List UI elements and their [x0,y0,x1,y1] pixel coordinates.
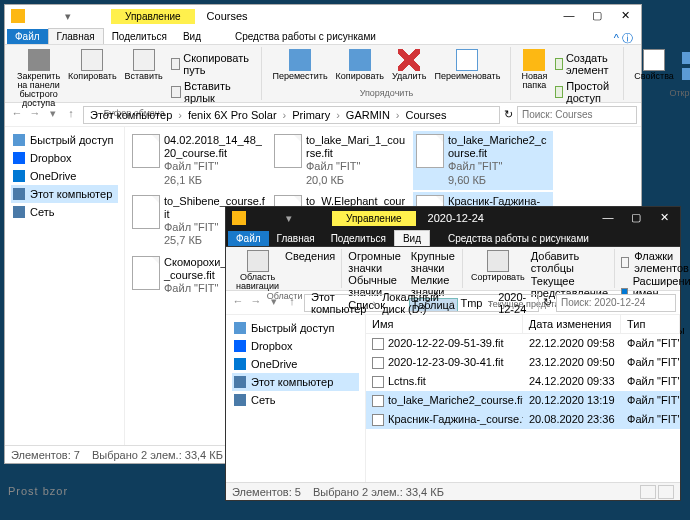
file-row[interactable]: to_lake_Mariche2_course.fit20.12.2020 13… [366,391,680,410]
nav-pc[interactable]: Этот компьютер [232,373,359,391]
quick-access-toolbar[interactable]: ▾ [250,212,302,224]
file-tile[interactable]: 04.02.2018_14_48_20_course.fitФайл "FIT"… [129,131,269,190]
tab-file[interactable]: Файл [228,231,269,246]
nav-quick[interactable]: Быстрый доступ [11,131,118,149]
tab-share[interactable]: Поделиться [104,29,175,44]
nav-pc[interactable]: Этот компьютер [11,185,118,203]
newfolder-button[interactable]: Новая папка [517,49,551,107]
breadcrumb[interactable]: Этот компьютер›fenix 6X Pro Solar›Primar… [83,106,500,124]
breadcrumb-segment[interactable]: Primary [290,109,332,121]
breadcrumb-segment[interactable]: Этот компьютер [88,109,174,121]
column-headers[interactable]: Имя Дата изменения Тип [366,315,680,334]
maximize-button[interactable]: ▢ [583,6,611,26]
breadcrumb-segment[interactable]: Tmp [458,297,484,309]
properties-button[interactable]: Свойства [630,49,678,83]
copypath-button[interactable]: Скопировать путь [171,51,252,77]
nav-onedrive[interactable]: OneDrive [11,167,118,185]
file-row[interactable]: 2020-12-23-09-30-41.fit23.12.2020 09:50Ф… [366,353,680,372]
file-icon [416,134,444,168]
quick-access-toolbar[interactable]: ▾ [29,10,81,22]
chk-items[interactable]: Флажки элементов [619,250,690,274]
nav-dropbox[interactable]: Dropbox [11,149,118,167]
file-tile[interactable]: to_lake_Mari_1_course.fitФайл "FIT"20,0 … [271,131,411,190]
easyaccess-button[interactable]: Простой доступ [555,79,613,105]
pin-button[interactable]: Закрепить на панели быстрого доступа [13,49,64,108]
back-button[interactable]: ← [9,107,25,123]
search-input[interactable] [517,106,637,124]
tab-home[interactable]: Главная [48,28,104,44]
addcolumns-button[interactable]: Добавить столбцы [529,250,610,274]
close-button[interactable]: ✕ [611,6,639,26]
forward-button[interactable]: → [27,107,43,123]
watermark: Prost bzor [8,470,68,502]
breadcrumb-segment[interactable]: fenix 6X Pro Solar [186,109,279,121]
minimize-button[interactable]: — [594,208,622,228]
help-icon[interactable]: ^ ⓘ [614,31,633,46]
breadcrumb-segment[interactable]: GARMIN [344,109,392,121]
breadcrumb-segment[interactable]: Этот компьютер [309,291,368,315]
paste-button[interactable]: Вставить [121,49,167,108]
titlebar[interactable]: ▾ Управление 2020-12-24 — ▢ ✕ [226,207,680,229]
pasteshortcut-button[interactable]: Вставить ярлык [171,79,252,105]
nav-network[interactable]: Сеть [11,203,118,221]
ribbon-tabs: Файл Главная Поделиться Вид Средства раб… [226,229,680,247]
tab-share[interactable]: Поделиться [323,231,394,246]
large-icons[interactable]: Крупные значки [409,250,458,274]
minimize-button[interactable]: — [555,6,583,26]
titlebar[interactable]: ▾ Управление Courses — ▢ ✕ [5,5,641,27]
manage-tab[interactable]: Управление [111,9,195,24]
breadcrumb-segment[interactable]: 2020-12-24 [496,291,534,315]
tab-home[interactable]: Главная [269,231,323,246]
close-button[interactable]: ✕ [650,208,678,228]
file-icon [372,357,384,369]
up-button[interactable]: ↑ [284,295,300,311]
file-row[interactable]: Красник-Гаджина-_course.fit20.08.2020 23… [366,410,680,429]
explorer-window-tmp: ▾ Управление 2020-12-24 — ▢ ✕ Файл Главн… [225,206,681,501]
breadcrumb-segment[interactable]: Локальный диск (D:) [380,291,447,315]
open-button[interactable]: Открыть [682,51,690,65]
newitem-button[interactable]: Создать элемент [555,51,613,77]
history-button[interactable]: Журнал [682,67,690,81]
huge-icons[interactable]: Огромные значки [346,250,402,274]
recent-button[interactable]: ▾ [266,295,282,311]
nav-network[interactable]: Сеть [232,391,359,409]
breadcrumb[interactable]: Этот компьютер›Локальный диск (D:)›Tmp›2… [304,294,539,312]
file-list[interactable]: Имя Дата изменения Тип 2020-12-22-09-51-… [366,315,680,482]
nav-onedrive[interactable]: OneDrive [232,355,359,373]
ribbon: Область навигации Сведения Области Огром… [226,247,680,291]
file-icon [372,338,384,350]
file-icon [132,134,160,168]
details-button[interactable]: Сведения [283,250,337,262]
refresh-button[interactable]: ↻ [543,296,552,309]
recent-button[interactable]: ▾ [45,107,61,123]
rename-button[interactable]: Переименовать [430,49,504,81]
delete-button[interactable]: Удалить [388,49,430,81]
nav-pane: Быстрый доступ Dropbox OneDrive Этот ком… [5,127,125,445]
folder-icon [232,211,246,225]
view-details-button[interactable] [640,485,656,499]
file-icon [274,134,302,168]
file-row[interactable]: 2020-12-22-09-51-39.fit22.12.2020 09:58Ф… [366,334,680,353]
file-row[interactable]: Lctns.fit24.12.2020 09:33Файл "FIT" [366,372,680,391]
view-icons-button[interactable] [658,485,674,499]
move-button[interactable]: Переместить [268,49,331,81]
tab-view[interactable]: Вид [175,29,209,44]
tab-view[interactable]: Вид [394,230,430,246]
breadcrumb-segment[interactable]: Courses [404,109,449,121]
manage-tab[interactable]: Управление [332,211,416,226]
tab-file[interactable]: Файл [7,29,48,44]
search-input[interactable] [556,294,676,312]
up-button[interactable]: ↑ [63,107,79,123]
forward-button[interactable]: → [248,295,264,311]
navpane-button[interactable]: Область навигации [232,250,283,291]
maximize-button[interactable]: ▢ [622,208,650,228]
file-tile[interactable]: to_lake_Mariche2_course.fitФайл "FIT"9,6… [413,131,553,190]
tab-tools[interactable]: Средства работы с рисунками [227,29,384,44]
nav-quick[interactable]: Быстрый доступ [232,319,359,337]
tab-tools[interactable]: Средства работы с рисунками [440,231,597,246]
back-button[interactable]: ← [230,295,246,311]
copy-button[interactable]: Копировать [64,49,120,108]
copyto-button[interactable]: Копировать [332,49,388,81]
refresh-button[interactable]: ↻ [504,108,513,121]
nav-dropbox[interactable]: Dropbox [232,337,359,355]
